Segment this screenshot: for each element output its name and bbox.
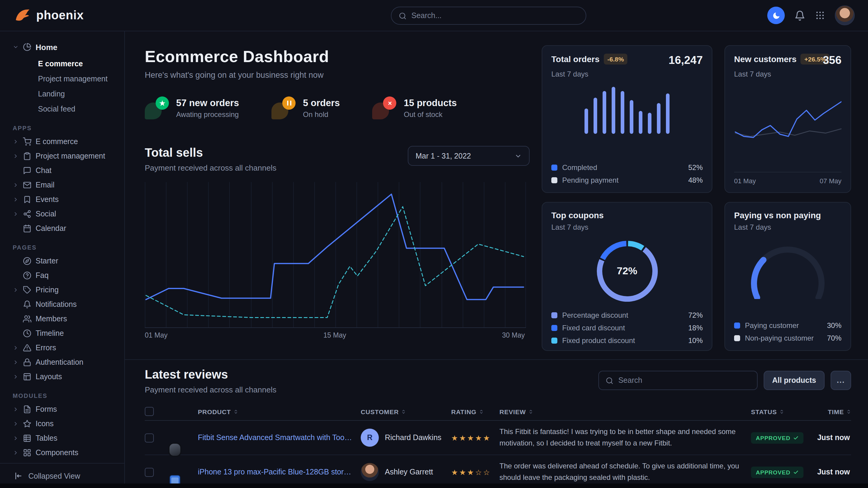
sidebar-item-errors[interactable]: Errors xyxy=(0,340,124,355)
table-row: iPhone 13 pro max-Pacific Blue-128GB sto… xyxy=(145,455,851,488)
sidebar-item-events[interactable]: Events xyxy=(0,192,124,207)
caret-right-icon xyxy=(13,406,19,412)
column-header-review[interactable]: REVIEW xyxy=(499,408,751,415)
sidebar-item-icons[interactable]: Icons xyxy=(0,417,124,431)
sidebar-item-label: Forms xyxy=(36,405,57,414)
sidebar-item-components[interactable]: Components xyxy=(0,446,124,460)
bottom-edge-strip xyxy=(0,484,868,488)
sort-icon xyxy=(233,409,238,414)
global-search-input[interactable] xyxy=(411,11,579,20)
product-link[interactable]: Fitbit Sense Advanced Smartwatch with To… xyxy=(198,433,361,442)
more-options-button[interactable]: ... xyxy=(831,371,851,390)
sidebar-item-label: Chat xyxy=(36,166,52,175)
status-badge: APPROVED xyxy=(751,432,804,444)
notifications-bell-icon[interactable] xyxy=(795,10,805,21)
sort-icon xyxy=(479,409,484,414)
search-icon xyxy=(399,12,407,20)
caret-right-icon xyxy=(13,182,19,188)
caret-right-icon xyxy=(13,345,19,351)
sidebar-item-label: Calendar xyxy=(36,224,66,233)
stats-row: ★57 new ordersAwating processing5 orders… xyxy=(145,96,530,119)
total-orders-legend: Completed52%Pending payment48% xyxy=(551,163,703,185)
apps-grid-icon[interactable] xyxy=(815,10,825,21)
reviews-search[interactable] xyxy=(598,371,757,390)
layout-icon xyxy=(23,372,31,381)
sidebar-item-label: Pricing xyxy=(36,286,59,294)
caret-right-icon xyxy=(13,374,19,380)
sidebar-section-modules: MODULES xyxy=(0,392,124,399)
column-header-time[interactable]: TIME xyxy=(809,408,851,415)
date-range-select[interactable]: Mar 1 - 31, 2022 xyxy=(408,146,530,166)
sidebar-item-e-commerce[interactable]: E commerce xyxy=(0,56,124,71)
column-header-rating[interactable]: RATING xyxy=(451,408,499,415)
check-icon xyxy=(794,469,799,475)
global-search[interactable] xyxy=(391,7,586,25)
theme-toggle-moon-icon[interactable] xyxy=(767,7,785,24)
user-avatar[interactable] xyxy=(835,5,855,25)
sidebar-item-pricing[interactable]: Pricing xyxy=(0,283,124,297)
card-period: Last 7 days xyxy=(551,223,703,231)
sidebar-item-starter[interactable]: Starter xyxy=(0,254,124,268)
caret-right-icon xyxy=(13,287,19,293)
card-title: Paying vs non paying xyxy=(734,210,821,220)
sidebar-item-project-management[interactable]: Project management xyxy=(0,71,124,86)
sidebar-item-project-management[interactable]: Project management xyxy=(0,149,124,163)
sidebar-item-faq[interactable]: Faq xyxy=(0,268,124,283)
home-children: E commerceProject managementLandingSocia… xyxy=(0,56,124,116)
collapse-icon xyxy=(14,471,23,481)
sidebar-item-authentication[interactable]: Authentication xyxy=(0,355,124,369)
clock-icon xyxy=(23,329,31,337)
table-row: Fitbit Sense Advanced Smartwatch with To… xyxy=(145,421,851,455)
stat-caption: Out of stock xyxy=(404,110,457,119)
phoenix-logo-icon xyxy=(14,7,31,24)
cart-icon xyxy=(23,137,31,146)
sidebar-item-e-commerce[interactable]: E commerce xyxy=(0,134,124,149)
sidebar-item-members[interactable]: Members xyxy=(0,312,124,326)
table-icon xyxy=(23,434,31,443)
sidebar-item-layouts[interactable]: Layouts xyxy=(0,369,124,384)
stat-value: 15 products xyxy=(404,97,457,108)
card-period: Last 7 days xyxy=(734,70,841,78)
column-header-status[interactable]: STATUS xyxy=(751,408,809,415)
latest-reviews-section: Latest reviews Payment received across a… xyxy=(145,360,851,488)
sidebar-item-label: Social xyxy=(36,210,56,218)
column-header-product[interactable]: PRODUCT xyxy=(198,408,361,415)
x-stat-icon: × xyxy=(372,96,397,119)
sidebar-item-label: E commerce xyxy=(36,137,78,146)
search-icon xyxy=(606,377,614,384)
sidebar-item-notifications[interactable]: Notifications xyxy=(0,297,124,312)
sidebar-item-label: Email xyxy=(36,181,55,189)
row-checkbox[interactable] xyxy=(145,467,154,477)
customer-name: Ashley Garrett xyxy=(385,468,433,476)
brand[interactable]: phoenix xyxy=(14,7,84,24)
paying-legend: Paying customer30%Non-paying customer70% xyxy=(734,321,841,343)
latest-reviews-title: Latest reviews xyxy=(145,368,276,382)
sidebar-item-forms[interactable]: Forms xyxy=(0,402,124,417)
sidebar-item-social[interactable]: Social xyxy=(0,207,124,221)
date-range-value: Mar 1 - 31, 2022 xyxy=(415,152,471,160)
reviews-search-input[interactable] xyxy=(618,376,750,385)
product-link[interactable]: iPhone 13 pro max-Pacific Blue-128GB sto… xyxy=(198,468,361,476)
sidebar-item-chat[interactable]: Chat xyxy=(0,163,124,178)
select-all-checkbox[interactable] xyxy=(145,407,154,416)
sidebar-item-home[interactable]: Home xyxy=(0,40,124,54)
review-time: Just now xyxy=(809,468,851,476)
row-checkbox[interactable] xyxy=(145,433,154,442)
caret-right-icon xyxy=(13,153,19,159)
sidebar-item-calendar[interactable]: Calendar xyxy=(0,221,124,236)
stat-item-1: 5 ordersOn hold xyxy=(272,96,340,119)
latest-reviews-subtitle: Payment received across all channels xyxy=(145,385,276,394)
caret-right-icon xyxy=(13,139,19,145)
column-header-customer[interactable]: CUSTOMER xyxy=(361,408,451,415)
sidebar-item-landing[interactable]: Landing xyxy=(0,86,124,101)
sidebar-item-tables[interactable]: Tables xyxy=(0,431,124,446)
sidebar-item-timeline[interactable]: Timeline xyxy=(0,326,124,340)
card-title: New customers xyxy=(734,54,797,64)
lock-icon xyxy=(23,358,31,366)
users-icon xyxy=(23,315,31,323)
sidebar-item-email[interactable]: Email xyxy=(0,178,124,192)
all-products-button[interactable]: All products xyxy=(764,371,825,390)
stat-value: 57 new orders xyxy=(176,97,239,108)
sidebar-item-social-feed[interactable]: Social feed xyxy=(0,101,124,116)
alert-icon xyxy=(23,344,31,352)
